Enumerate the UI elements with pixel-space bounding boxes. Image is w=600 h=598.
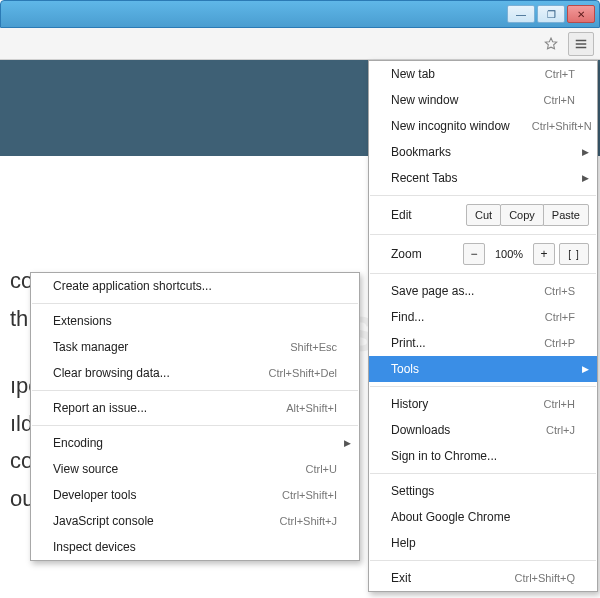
chevron-right-icon: ▶ [582, 147, 589, 157]
submenu-item-encoding[interactable]: Encoding▶ [31, 430, 359, 456]
submenu-item-report-issue[interactable]: Report an issue...Alt+Shift+I [31, 395, 359, 421]
chrome-main-menu: New tabCtrl+T New windowCtrl+N New incog… [368, 60, 598, 592]
menu-item-settings[interactable]: Settings [369, 478, 597, 504]
menu-item-tools[interactable]: Tools▶ [369, 356, 597, 382]
menu-separator [370, 195, 596, 196]
menu-item-new-incognito[interactable]: New incognito windowCtrl+Shift+N [369, 113, 597, 139]
window-close-button[interactable]: ✕ [567, 5, 595, 23]
menu-item-bookmarks[interactable]: Bookmarks▶ [369, 139, 597, 165]
menu-item-edit: Edit Cut Copy Paste [369, 200, 597, 230]
menu-separator [32, 425, 358, 426]
menu-item-print[interactable]: Print...Ctrl+P [369, 330, 597, 356]
zoom-label: Zoom [391, 247, 459, 261]
menu-item-exit[interactable]: ExitCtrl+Shift+Q [369, 565, 597, 591]
menu-item-recent-tabs[interactable]: Recent Tabs▶ [369, 165, 597, 191]
menu-separator [32, 303, 358, 304]
menu-separator [370, 386, 596, 387]
menu-item-signin[interactable]: Sign in to Chrome... [369, 443, 597, 469]
tools-submenu: Create application shortcuts... Extensio… [30, 272, 360, 561]
menu-item-new-window[interactable]: New windowCtrl+N [369, 87, 597, 113]
submenu-item-inspect-devices[interactable]: Inspect devices [31, 534, 359, 560]
menu-separator [370, 473, 596, 474]
menu-separator [32, 390, 358, 391]
browser-toolbar [0, 28, 600, 60]
hamburger-menu-icon[interactable] [568, 32, 594, 56]
submenu-item-task-manager[interactable]: Task managerShift+Esc [31, 334, 359, 360]
menu-item-downloads[interactable]: DownloadsCtrl+J [369, 417, 597, 443]
window-maximize-button[interactable]: ❐ [537, 5, 565, 23]
menu-separator [370, 234, 596, 235]
submenu-item-create-shortcuts[interactable]: Create application shortcuts... [31, 273, 359, 299]
chevron-right-icon: ▶ [582, 364, 589, 374]
zoom-out-button[interactable]: − [463, 243, 485, 265]
bookmark-star-icon[interactable] [538, 32, 564, 56]
chevron-right-icon: ▶ [344, 438, 351, 448]
menu-item-find[interactable]: Find...Ctrl+F [369, 304, 597, 330]
submenu-item-clear-data[interactable]: Clear browsing data...Ctrl+Shift+Del [31, 360, 359, 386]
paste-button[interactable]: Paste [543, 204, 589, 226]
submenu-item-dev-tools[interactable]: Developer toolsCtrl+Shift+I [31, 482, 359, 508]
menu-item-about[interactable]: About Google Chrome [369, 504, 597, 530]
zoom-in-button[interactable]: + [533, 243, 555, 265]
chevron-right-icon: ▶ [582, 173, 589, 183]
edit-label: Edit [391, 208, 467, 222]
menu-item-new-tab[interactable]: New tabCtrl+T [369, 61, 597, 87]
submenu-item-js-console[interactable]: JavaScript consoleCtrl+Shift+J [31, 508, 359, 534]
menu-item-history[interactable]: HistoryCtrl+H [369, 391, 597, 417]
fullscreen-button[interactable]: [ ] [559, 243, 589, 265]
copy-button[interactable]: Copy [500, 204, 544, 226]
window-titlebar: — ❐ ✕ [0, 0, 600, 28]
window-minimize-button[interactable]: — [507, 5, 535, 23]
submenu-item-view-source[interactable]: View sourceCtrl+U [31, 456, 359, 482]
submenu-item-extensions[interactable]: Extensions [31, 308, 359, 334]
menu-item-help[interactable]: Help [369, 530, 597, 556]
menu-separator [370, 560, 596, 561]
menu-separator [370, 273, 596, 274]
cut-button[interactable]: Cut [466, 204, 501, 226]
menu-item-save-as[interactable]: Save page as...Ctrl+S [369, 278, 597, 304]
zoom-value: 100% [489, 248, 529, 260]
menu-item-zoom: Zoom − 100% + [ ] [369, 239, 597, 269]
